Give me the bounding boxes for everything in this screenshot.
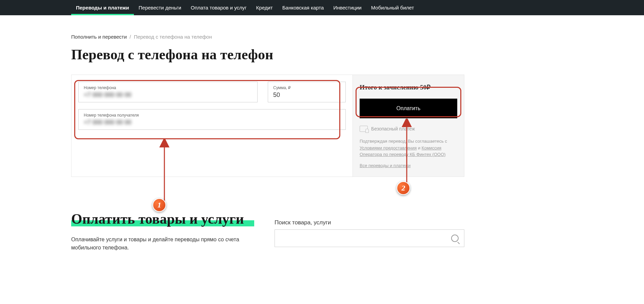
recipient-input-wrap[interactable]: Номер телефона получателя +7 000 000 00 … xyxy=(78,109,346,130)
nav-send-money[interactable]: Перевести деньги xyxy=(134,0,186,15)
annotation-arrow-1 xyxy=(159,139,169,207)
amount-label: Сумма, ₽ xyxy=(273,85,340,90)
phone-value: +7 000 000 00 00 xyxy=(84,92,252,99)
breadcrumb: Пополнить и перевести / Перевод с телефо… xyxy=(71,34,464,40)
nav-credit[interactable]: Кредит xyxy=(251,0,278,15)
navbar: Переводы и платежи Перевести деньги Опла… xyxy=(0,0,644,15)
services-description: Оплачивайте услуги и товары и делайте пе… xyxy=(71,236,254,252)
secure-card-icon xyxy=(360,126,368,132)
services-title: Оплатить товары и услуги xyxy=(71,211,244,227)
recipient-label: Номер телефона получателя xyxy=(84,113,340,118)
amount-input-wrap[interactable]: Сумма, ₽ 50 xyxy=(268,82,346,102)
search-input[interactable] xyxy=(275,229,464,247)
search-label: Поиск товара, услуги xyxy=(275,219,464,226)
nav-bank-card[interactable]: Банковская карта xyxy=(278,0,329,15)
phone-label: Номер телефона xyxy=(84,85,252,90)
breadcrumb-current: Перевод с телефона на телефон xyxy=(134,34,212,40)
nav-mobile-ticket[interactable]: Мобильный билет xyxy=(366,0,419,15)
nav-pay-goods[interactable]: Оплата товаров и услуг xyxy=(186,0,251,15)
form-panel: Номер телефона +7 000 000 00 00 Сумма, ₽… xyxy=(71,75,353,177)
breadcrumb-parent[interactable]: Пополнить и перевести xyxy=(71,34,127,40)
phone-input-wrap[interactable]: Номер телефона +7 000 000 00 00 xyxy=(78,82,258,102)
nav-investments[interactable]: Инвестиции xyxy=(328,0,366,15)
annotation-badge-1: 1 xyxy=(153,198,166,212)
annotation-badge-2: 2 xyxy=(397,181,410,195)
amount-value: 50 xyxy=(273,92,340,99)
nav-transfers-payments[interactable]: Переводы и платежи xyxy=(71,0,134,15)
pay-button[interactable]: Оплатить xyxy=(360,99,457,118)
recipient-value: +7 000 000 00 00 xyxy=(84,119,340,126)
total-label: Итого к зачислению 50₽ xyxy=(360,83,457,91)
page-title: Перевод с телефона на телефон xyxy=(71,46,464,63)
search-icon xyxy=(451,235,459,242)
annotation-arrow-2 xyxy=(402,119,412,186)
